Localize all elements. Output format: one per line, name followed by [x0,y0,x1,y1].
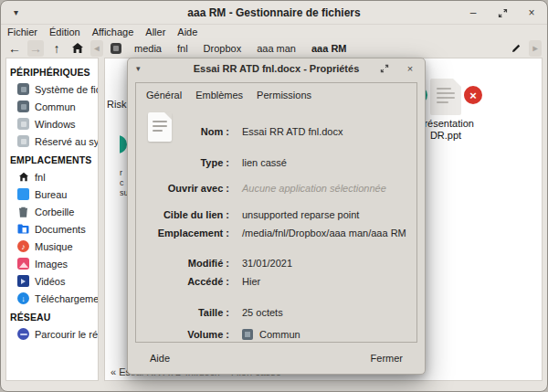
menu-affichage[interactable]: Affichage [92,26,134,37]
home-icon [17,171,29,183]
up-icon[interactable]: ↑ [48,40,65,57]
properties-dialog: ▾ Essai RR ATD fnl.docx - Propriétés × G… [127,58,426,375]
tab-general[interactable]: Général [146,90,182,101]
error-emblem-icon: × [464,86,482,104]
field-nom: Nom : Essai RR ATD fnl.docx [136,124,416,138]
download-icon: ↓ [17,292,29,304]
home-icon[interactable] [69,40,86,57]
folder-documents-icon [17,223,29,235]
link-emblem-icon [120,135,127,154]
sidebar-section-emplacements: EMPLACEMENTS [6,150,98,168]
drive-icon [17,83,29,95]
breadcrumb-dropbox[interactable]: Dropbox [198,41,248,56]
titlebar: ▾ aaa RM - Gestionnaire de fichiers – × [1,1,547,25]
sidebar-item-bureau[interactable]: Bureau [6,185,98,203]
file-type-icon [148,112,172,142]
volume-drive-icon [242,329,253,340]
sidebar-item-corbeille[interactable]: Corbeille [6,203,98,220]
breadcrumb-aaa-man[interactable]: aaa man [251,41,301,56]
hidden-file-label-fragment: Risk [107,99,126,110]
sidebar-item-windows[interactable]: Windows [6,115,98,132]
window-controls: – × [467,1,538,25]
file-document-icon [430,79,461,115]
properties-fields: Nom : Essai RR ATD fnl.docx Type : lien … [136,104,416,341]
field-emplacement: Emplacement : /media/fnl/Dropbox/aaa man… [136,226,416,239]
menu-aide[interactable]: Aide [177,26,197,37]
maximize-icon[interactable] [496,6,509,19]
dialog-notebook: Général Emblèmes Permissions Nom : Essai… [135,82,417,343]
menu-edition[interactable]: Édition [49,26,80,37]
dialog-maximize-icon[interactable] [378,62,391,75]
sidebar-item-musique[interactable]: ♪ Musique [6,238,98,255]
sidebar-section-reseau: RÉSEAU [6,307,98,325]
breadcrumb-fnl[interactable]: fnl [172,41,194,56]
desktop-icon [17,188,29,200]
music-note-icon: ♪ [17,240,29,252]
tab-permissions[interactable]: Permissions [257,90,311,101]
fermer-button[interactable]: Fermer [362,349,412,367]
file-manager-window: ▾ aaa RM - Gestionnaire de fichiers – × … [0,0,548,392]
window-title: aaa RM - Gestionnaire de fichiers [1,6,547,19]
drive-icon [17,118,29,130]
sidebar-item-videos[interactable]: Vidéos [6,272,98,290]
sidebar-item-commun[interactable]: Commun [6,98,98,115]
menu-aller[interactable]: Aller [145,26,165,37]
sidebar-item-documents[interactable]: Documents [6,220,98,238]
trash-icon [17,206,29,217]
forward-icon[interactable]: → [27,40,44,57]
sidebar-item-fnl[interactable]: fnl [6,168,98,185]
back-icon[interactable]: ← [6,40,23,57]
sidebar-item-telechargements[interactable]: ↓ Téléchargements [6,290,98,307]
video-icon [17,275,29,287]
toolbar: ← → ↑ ◂ media fnl Dropbox aaa man aaa RM… [1,38,547,58]
dialog-tabs: Général Emblèmes Permissions [136,83,416,104]
tab-emblemes[interactable]: Emblèmes [195,90,243,101]
breadcrumb-media[interactable]: media [129,41,167,56]
sidebar-section-peripheriques: PÉRIPHÉRIQUES [6,62,98,80]
field-type: Type : lien cassé [136,155,416,169]
sidebar-item-reserve[interactable]: Réservé au syst... [6,132,98,150]
field-volume: Volume : Commun [136,327,416,341]
drive-icon [17,101,29,112]
field-modifie: Modifié : 31/01/2021 [136,256,416,270]
network-globe-icon [17,328,29,340]
dialog-close-icon[interactable]: × [404,62,416,75]
sidebar-item-parcourir-reseau[interactable]: Parcourir le rése... [6,325,98,343]
breadcrumb-scroll-left-icon[interactable]: ◂ [90,40,103,57]
breadcrumb-aaa-rm[interactable]: aaa RM [306,41,353,56]
close-button[interactable]: × [525,6,538,19]
breadcrumb-scroll-right-icon[interactable]: ▸ [529,40,542,57]
minimize-button[interactable]: – [467,6,480,19]
sidebar-item-images[interactable]: Images [6,255,98,272]
photo-icon [17,258,29,270]
field-cible-du-lien: Cible du lien : unsupported reparse poin… [136,207,416,221]
breadcrumb-device-icon[interactable] [108,40,124,57]
sidebar: PÉRIPHÉRIQUES Système de fich... Commun … [5,58,99,381]
drive-icon [17,135,29,147]
field-accede: Accédé : Hier [136,274,416,288]
dialog-titlebar: ▾ Essai RR ATD fnl.docx - Propriétés × [128,58,425,79]
sidebar-item-systeme[interactable]: Système de fich... [6,80,98,98]
menu-fichier[interactable]: Fichier [7,26,37,37]
field-taille: Taille : 25 octets [136,305,416,319]
menubar: Fichier Édition Affichage Aller Aide [1,25,547,38]
field-ouvrir-avec[interactable]: Ouvrir avec : Aucune application sélecti… [136,181,416,195]
edit-path-pencil-icon[interactable] [508,40,524,57]
help-button[interactable]: Aide [141,349,179,367]
